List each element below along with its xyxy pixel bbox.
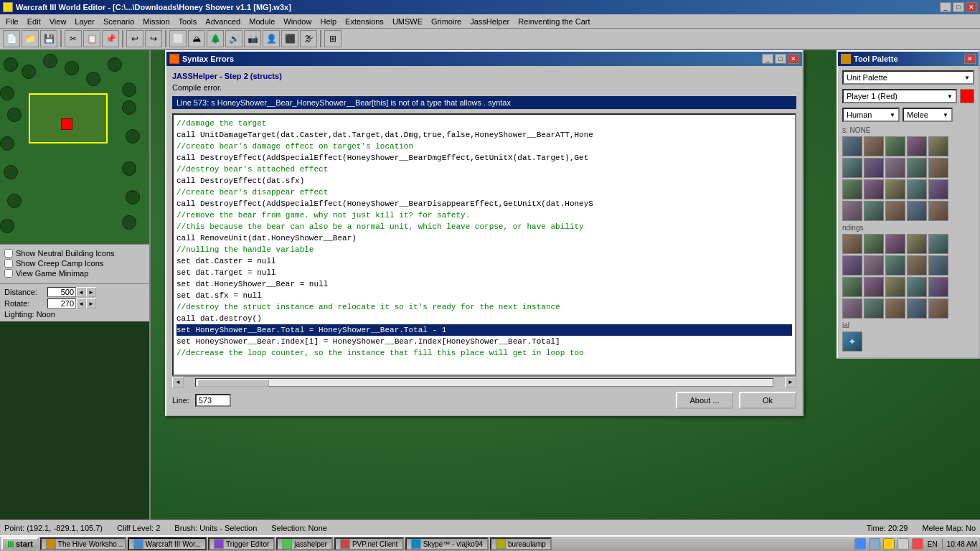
view-game-minimap-checkbox[interactable] [4,269,13,278]
unit-icon-2[interactable] [864,136,884,156]
scroll-right-btn[interactable]: ► [785,377,796,388]
syntax-maximize-btn[interactable]: □ [775,54,786,64]
syntax-code-area[interactable]: //damage the target call UnitDamageTarge… [172,113,796,376]
toolbar-open[interactable]: 📁 [22,30,39,47]
building-icon-5[interactable] [928,234,948,254]
unit-icon-5[interactable] [928,136,948,156]
line-number-input[interactable]: 573 [195,394,231,407]
toolbar-redo[interactable]: ↪ [145,30,162,47]
show-neutral-buildings-checkbox[interactable] [4,249,13,258]
building-icon-20[interactable] [928,298,948,319]
syntax-minimize-btn[interactable]: _ [762,54,773,64]
toolbar-cut[interactable]: ✂ [65,30,82,47]
menu-advanced[interactable]: Advanced [201,16,245,27]
building-icon-14[interactable] [907,277,927,297]
taskbar-trigger[interactable]: Trigger Editor [208,537,275,550]
building-icon-19[interactable] [907,298,927,319]
building-icon-1[interactable] [842,234,862,254]
menu-help[interactable]: Help [316,16,341,27]
map-canvas[interactable] [0,50,149,244]
toolbar-save[interactable]: 💾 [40,30,57,47]
ok-button[interactable]: Ok [739,392,796,409]
start-button[interactable]: ⊞ start [1,537,39,550]
maximize-button[interactable]: □ [953,2,964,12]
menu-tools[interactable]: Tools [174,16,202,27]
scroll-track[interactable] [195,378,773,387]
toolbar-undo[interactable]: ↩ [126,30,143,47]
show-creep-camps-checkbox[interactable] [4,259,13,268]
unit-icon-16[interactable] [842,201,862,221]
menu-layer[interactable]: Layer [70,16,99,27]
unit-icon-3[interactable] [885,136,905,156]
palette-dropdown[interactable]: Unit Palette ▼ [842,70,974,85]
unit-icon-6[interactable] [842,158,862,178]
unit-icon-10[interactable] [928,158,948,178]
toolbar-units[interactable]: 👤 [263,30,280,47]
building-icon-12[interactable] [864,277,884,297]
building-icon-15[interactable] [928,277,948,297]
toolbar-regions[interactable]: ⬛ [281,30,298,47]
target-dropdown[interactable]: Human ▼ [842,108,900,122]
taskbar-hive[interactable]: The Hive Worksho... [40,537,126,550]
unit-icon-7[interactable] [864,158,884,178]
menu-view[interactable]: View [45,16,71,27]
building-icon-18[interactable] [885,298,905,319]
taskbar-wc3[interactable]: Warcraft III Wor... [128,537,207,550]
menu-mission[interactable]: Mission [138,16,174,27]
menu-extensions[interactable]: Extensions [341,16,388,27]
unit-icon-11[interactable] [842,179,862,199]
syntax-close-btn[interactable]: ✕ [788,54,799,64]
player-dropdown[interactable]: Player 1 (Red) ▼ [842,89,957,103]
menu-reinventing[interactable]: Reinventing the Cart [514,16,594,27]
building-icon-17[interactable] [864,298,884,319]
toolbar-terrain[interactable]: ⛰ [188,30,205,47]
special-icon[interactable] [842,331,862,352]
close-button[interactable]: ✕ [966,2,977,12]
about-button[interactable]: About ... [676,392,733,409]
building-icon-7[interactable] [864,255,884,276]
toolbar-camera[interactable]: 📷 [244,30,261,47]
toolbar-doodad[interactable]: 🌲 [207,30,224,47]
unit-icon-9[interactable] [907,158,927,178]
unit-icon-4[interactable] [907,136,927,156]
unit-icon-15[interactable] [928,179,948,199]
tool-palette-close-btn[interactable]: ✕ [964,54,976,64]
unit-icon-8[interactable] [885,158,905,178]
taskbar-pvp[interactable]: PVP.net Client [334,537,404,550]
toolbar-paste[interactable]: 📌 [102,30,119,47]
rotate-down-btn[interactable]: ◄ [76,298,86,309]
menu-window[interactable]: Window [279,16,316,27]
building-icon-4[interactable] [907,234,927,254]
distance-down-btn[interactable]: ◄ [76,287,86,297]
building-icon-9[interactable] [907,255,927,276]
rotate-up-btn[interactable]: ► [86,298,96,309]
unit-icon-12[interactable] [864,179,884,199]
building-icon-3[interactable] [885,234,905,254]
taskbar-bureau[interactable]: bureaulamp [490,537,552,550]
unit-icon-13[interactable] [885,179,905,199]
building-icon-13[interactable] [885,277,905,297]
menu-file[interactable]: File [1,16,23,27]
scroll-thumb[interactable] [197,380,269,387]
menu-jasshelper[interactable]: JassHelper [466,16,514,27]
unit-icon-19[interactable] [907,201,927,221]
window-controls[interactable]: _ □ ✕ [940,2,977,12]
toolbar-select[interactable]: ⬜ [169,30,187,47]
building-icon-2[interactable] [864,234,884,254]
menu-module[interactable]: Module [245,16,279,27]
attack-dropdown[interactable]: Melee ▼ [903,108,953,122]
toolbar-sound[interactable]: 🔊 [225,30,242,47]
menu-umswe[interactable]: UMSWE [388,16,427,27]
menu-edit[interactable]: Edit [23,16,45,27]
minimize-button[interactable]: _ [940,2,951,12]
building-icon-10[interactable] [928,255,948,276]
horizontal-scrollbar[interactable]: ◄ ► [172,376,796,387]
toolbar-fog[interactable]: 🌫 [300,30,317,47]
building-icon-16[interactable] [842,298,862,319]
taskbar-jass[interactable]: jasshelper [276,537,333,550]
taskbar-skype[interactable]: Skype™ - vlajko94 [405,537,489,550]
menu-scenario[interactable]: Scenario [99,16,138,27]
unit-icon-1[interactable] [842,136,862,156]
toolbar-new[interactable]: 📄 [3,30,20,47]
unit-icon-14[interactable] [907,179,927,199]
